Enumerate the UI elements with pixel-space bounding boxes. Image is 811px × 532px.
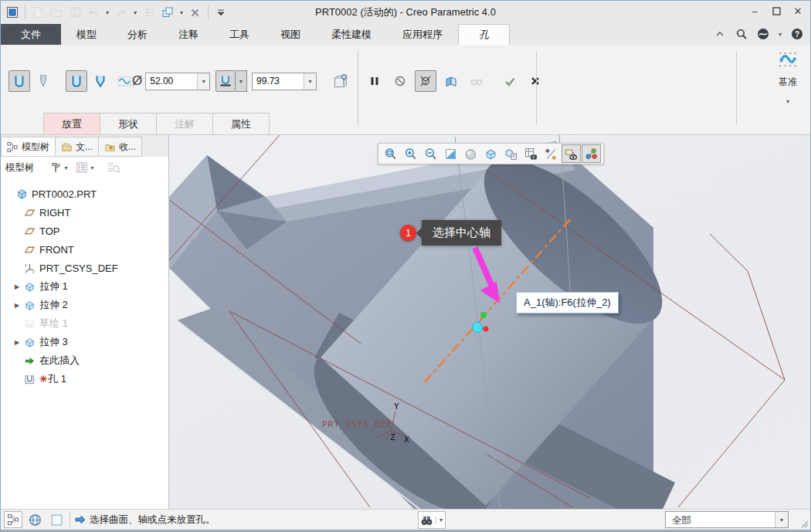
attached-preview-button[interactable] xyxy=(440,70,462,92)
tab-应用程序[interactable]: 应用程序 xyxy=(387,24,458,45)
close-window-icon[interactable] xyxy=(187,4,204,21)
tree-item-TOP[interactable]: TOP xyxy=(1,222,168,240)
expand-arrow[interactable]: ▶ xyxy=(12,283,22,290)
tab-分析[interactable]: 分析 xyxy=(112,24,163,45)
v-bottom-button[interactable] xyxy=(90,70,111,92)
diameter-dropdown-button[interactable]: ▾ xyxy=(197,73,209,90)
search-icon[interactable] xyxy=(733,25,750,42)
zoom-out-button[interactable] xyxy=(421,144,440,163)
depth-option-dropdown[interactable]: ▾ xyxy=(236,70,247,92)
cross-button[interactable] xyxy=(524,70,546,92)
panel-tab-放置[interactable]: 放置 xyxy=(43,113,100,134)
selection-filter-dropdown[interactable]: ▾ xyxy=(775,512,788,527)
pause-button[interactable] xyxy=(364,70,385,92)
save-icon[interactable] xyxy=(66,4,83,21)
expand-arrow[interactable]: ▶ xyxy=(12,339,22,346)
csys-icon: yzx xyxy=(22,263,36,274)
tree-item-拉伸 1[interactable]: ▶拉伸 1 xyxy=(1,277,168,296)
qa-caret-icon[interactable] xyxy=(212,4,229,21)
flat-bottom-button[interactable] xyxy=(66,70,87,92)
tree-search-button[interactable] xyxy=(107,160,122,175)
csys-label[interactable]: PRT_CSYS_DEF xyxy=(322,419,392,429)
tree-item-在此插入[interactable]: 在此插入 xyxy=(1,351,168,370)
repaint-button[interactable] xyxy=(441,144,460,163)
tree-item-拉伸 2[interactable]: ▶拉伸 2 xyxy=(1,296,168,314)
panel-tab-属性[interactable]: 属性 xyxy=(212,113,270,134)
tree-settings-button[interactable]: ▾ xyxy=(74,160,98,175)
named-views-button[interactable] xyxy=(521,144,541,163)
selection-filter[interactable]: 全部 ▾ xyxy=(665,511,789,528)
wireframe-preview-button[interactable] xyxy=(415,70,436,92)
undo-icon[interactable] xyxy=(85,4,102,21)
locator-icon[interactable] xyxy=(755,25,772,42)
navigator-tab-收...[interactable]: ✱收... xyxy=(98,137,142,157)
view-manager-button[interactable] xyxy=(501,144,521,163)
datum-filters-button[interactable]: ✱✱ xyxy=(541,144,561,163)
tree-item-拉伸 3[interactable]: ▶拉伸 3 xyxy=(1,333,168,351)
tab-工具[interactable]: 工具 xyxy=(214,24,265,45)
display-style-button[interactable] xyxy=(461,144,480,163)
datum-curve-button[interactable] xyxy=(770,49,806,69)
zoom-in-button[interactable] xyxy=(401,144,420,163)
chevron-down-icon[interactable]: ▾ xyxy=(131,9,139,16)
tab-注释[interactable]: 注释 xyxy=(163,24,214,45)
diameter-input[interactable] xyxy=(146,73,197,90)
navigator-toggle-button[interactable] xyxy=(4,511,22,528)
chevron-down-icon[interactable]: ▾ xyxy=(178,9,185,16)
tree-tools-button[interactable]: ▾ xyxy=(48,160,72,175)
glasses-button[interactable] xyxy=(466,70,487,92)
check-button[interactable] xyxy=(499,70,521,92)
tab-柔性建模[interactable]: 柔性建模 xyxy=(316,24,387,45)
depth-dropdown-button[interactable]: ▾ xyxy=(304,73,316,90)
folder-open-icon[interactable] xyxy=(48,4,65,21)
simple-hole-button[interactable] xyxy=(8,70,30,92)
panel-tab-注解[interactable]: 注解 xyxy=(156,113,213,134)
resize-grip[interactable] xyxy=(799,519,809,528)
tree-item-PRT_CSYS_DEF[interactable]: yzxPRT_CSYS_DEF xyxy=(1,259,168,277)
chevron-up-icon[interactable] xyxy=(711,25,728,42)
sketched-hole-button[interactable] xyxy=(32,70,54,92)
regenerate-icon[interactable] xyxy=(141,4,158,21)
doc-new-icon[interactable] xyxy=(29,4,46,21)
tab-file[interactable]: 文件 xyxy=(1,24,61,45)
shape-preview-icon[interactable] xyxy=(333,73,348,89)
handle-secondary[interactable] xyxy=(480,312,487,318)
windows-icon[interactable] xyxy=(159,4,176,21)
tree-item-RIGHT[interactable]: RIGHT xyxy=(1,203,168,222)
depth-input[interactable] xyxy=(253,73,304,90)
graphics-area[interactable]: ✱✱ 1 选择中心轴 A_1(轴):F6(拉伸_2) PRT_CSYS_DEF … xyxy=(169,135,810,509)
datum-group-dropdown[interactable]: ▾ xyxy=(784,98,792,105)
window-blank-button[interactable] xyxy=(47,511,66,528)
close-button[interactable]: ✕ xyxy=(787,1,809,21)
chevron-down-icon[interactable]: ▾ xyxy=(103,9,111,16)
browser-button[interactable] xyxy=(25,511,44,528)
depth-option-button[interactable] xyxy=(215,70,236,92)
panel-tab-形状[interactable]: 形状 xyxy=(100,113,157,134)
chevron-down-icon[interactable]: ▾ xyxy=(776,31,784,38)
prompt-arrow-icon xyxy=(74,513,87,526)
tab-视图[interactable]: 视图 xyxy=(265,24,316,45)
expand-arrow[interactable]: ▶ xyxy=(12,302,22,309)
app-icon[interactable] xyxy=(4,4,21,21)
maximize-button[interactable] xyxy=(765,1,787,21)
handle-primary[interactable] xyxy=(473,323,483,333)
handle-reference[interactable] xyxy=(484,327,489,332)
minimize-button[interactable]: – xyxy=(744,1,765,21)
quick-access-toolbar: ▾▾▾ xyxy=(4,4,229,21)
spin-center-button[interactable] xyxy=(582,144,601,163)
tree-item-草绘 1[interactable]: 草绘 1 xyxy=(1,314,168,333)
help-icon[interactable]: ? xyxy=(789,25,806,42)
tab-孔[interactable]: 孔 xyxy=(458,24,510,45)
navigator-tab-文...[interactable]: 文... xyxy=(55,137,99,157)
find-button[interactable]: ▾ xyxy=(418,511,446,529)
tab-模型[interactable]: 模型 xyxy=(61,24,112,45)
tree-item-FRONT[interactable]: FRONT xyxy=(1,240,168,259)
anno-display-button[interactable] xyxy=(562,144,581,163)
refit-button[interactable] xyxy=(381,144,400,163)
saved-orient-button[interactable] xyxy=(481,144,501,163)
no-preview-button[interactable] xyxy=(389,70,411,92)
navigator-tab-模型树[interactable]: 模型树 xyxy=(1,137,56,157)
tree-item-孔 1[interactable]: ✳孔 1 xyxy=(1,370,168,388)
tree-item-PRT0002.PRT[interactable]: PRT0002.PRT xyxy=(1,185,168,203)
redo-icon[interactable] xyxy=(113,4,130,21)
